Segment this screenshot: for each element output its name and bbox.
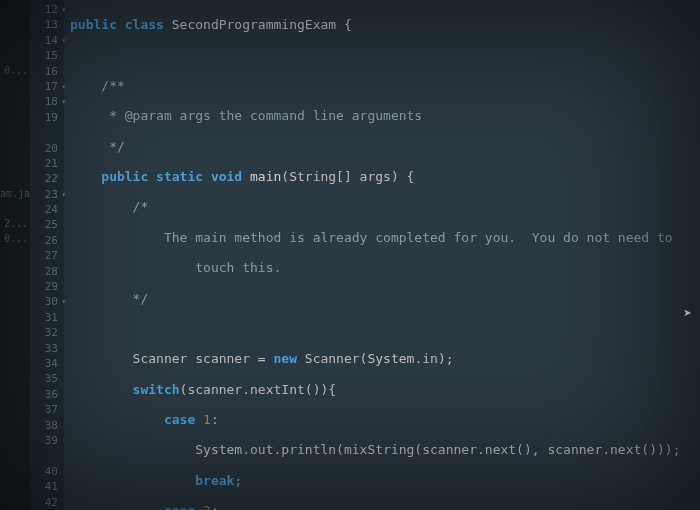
comment: The main method is already completed for… (70, 230, 673, 245)
line-number[interactable]: 23 (30, 187, 64, 202)
line-number[interactable] (30, 448, 64, 463)
line-number[interactable]: 15 (30, 48, 64, 63)
code-area[interactable]: public class SecondProgrammingExam { /**… (64, 0, 700, 510)
code-text: (String[] args) { (281, 169, 414, 184)
line-number[interactable]: 26 (30, 233, 64, 248)
code-text: : (211, 412, 219, 427)
line-number[interactable]: 38 (30, 418, 64, 433)
line-number-gutter[interactable]: 1213141516171819202122232425262728293031… (30, 0, 64, 510)
line-number[interactable]: 28 (30, 264, 64, 279)
keyword: break; (70, 473, 242, 488)
line-number[interactable]: 17 (30, 79, 64, 94)
comment: touch this. (70, 260, 281, 275)
sidebar-fragment: am.ja (0, 188, 30, 199)
line-number[interactable]: 41 (30, 479, 64, 494)
system-class: System (367, 351, 414, 366)
line-number[interactable]: 42 (30, 495, 64, 510)
line-number[interactable]: 18 (30, 94, 64, 109)
line-number[interactable]: 24 (30, 202, 64, 217)
keyword: new (274, 351, 297, 366)
line-number[interactable]: 30 (30, 294, 64, 309)
line-number[interactable]: 33 (30, 341, 64, 356)
mouse-cursor-icon: ➤ (684, 305, 692, 321)
line-number[interactable]: 31 (30, 310, 64, 325)
comment: * @param args the command line arguments (70, 108, 422, 123)
comment: */ (70, 291, 148, 306)
line-number[interactable]: 22 (30, 171, 64, 186)
sidebar-fragment: 0... (0, 233, 30, 244)
code-text: .out.println(mixString(scanner.next(), s… (242, 442, 680, 457)
code-editor[interactable]: 0... am.ja 2... 0... 1213141516171819202… (0, 0, 700, 510)
line-number[interactable]: 20 (30, 141, 64, 156)
line-number[interactable]: 25 (30, 217, 64, 232)
line-number[interactable]: 19 (30, 110, 64, 125)
system-class: System (70, 442, 242, 457)
line-number[interactable]: 13 (30, 17, 64, 32)
number: 2 (203, 503, 211, 510)
comment: /** (70, 78, 125, 93)
comment: */ (70, 139, 125, 154)
line-number[interactable]: 32 (30, 325, 64, 340)
code-text: Scanner( (297, 351, 367, 366)
method-name: main (250, 169, 281, 184)
class-name: SecondProgrammingExam { (172, 17, 352, 32)
line-number[interactable]: 27 (30, 248, 64, 263)
line-number[interactable]: 35 (30, 371, 64, 386)
line-number[interactable]: 36 (30, 387, 64, 402)
keyword: public class (70, 17, 172, 32)
line-number[interactable]: 40 (30, 464, 64, 479)
line-number[interactable]: 39 (30, 433, 64, 448)
code-text: (scanner.nextInt()){ (180, 382, 337, 397)
comment: /* (70, 199, 148, 214)
code-text: Scanner scanner = (70, 351, 274, 366)
line-number[interactable]: 29 (30, 279, 64, 294)
line-number[interactable]: 12 (30, 2, 64, 17)
keyword: case (70, 503, 203, 510)
code-text: : (211, 503, 219, 510)
code-text: .in); (414, 351, 453, 366)
sidebar-fragment: 2... (0, 218, 30, 229)
line-number[interactable] (30, 125, 64, 140)
number: 1 (203, 412, 211, 427)
line-number[interactable]: 21 (30, 156, 64, 171)
line-number[interactable]: 34 (30, 356, 64, 371)
keyword: public static void (70, 169, 250, 184)
keyword: switch (70, 382, 180, 397)
line-number[interactable]: 14 (30, 33, 64, 48)
line-number[interactable]: 37 (30, 402, 64, 417)
keyword: case (70, 412, 203, 427)
line-number[interactable]: 16 (30, 64, 64, 79)
left-sidebar: 0... am.ja 2... 0... (0, 0, 30, 510)
sidebar-fragment: 0... (0, 65, 30, 76)
